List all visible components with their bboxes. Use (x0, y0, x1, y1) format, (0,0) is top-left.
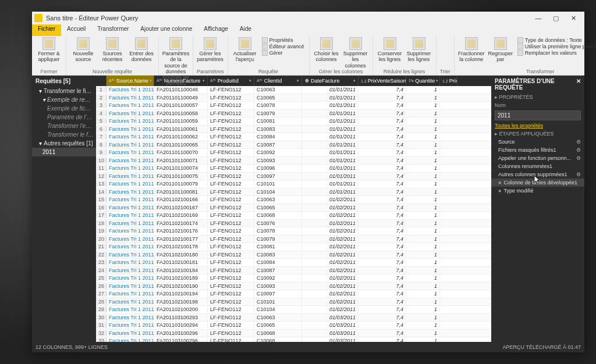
gear-icon[interactable]: ⚙ (576, 172, 581, 177)
query-item[interactable]: ▾Autres requêtes [1] (32, 139, 96, 148)
table-row[interactable]: 9Factures Tri 1 2011.csvFA201101100070LF… (96, 149, 491, 157)
table-row[interactable]: 10Factures Tri 1 2011.csvFA201101100071L… (96, 157, 491, 165)
query-item[interactable]: 2011 (32, 148, 96, 156)
panel-title: PARAMÈTRES D'UNE REQUÊTE ✕ (491, 76, 584, 93)
minimize-button[interactable]: — (530, 13, 547, 23)
table-row[interactable]: 25Factures Tri 1 2011.csvFA201102100189L… (96, 274, 491, 283)
maximize-button[interactable]: ▢ (547, 13, 565, 23)
table-row[interactable]: 31Factures Tri 1 2011.csvFA201103100294L… (96, 322, 491, 330)
table-row[interactable]: 33Factures Tri 1 2011.csvFA201103100296L… (96, 337, 491, 342)
menu-tab-accueil[interactable]: Accueil (61, 24, 91, 36)
table-row[interactable]: 22Factures Tri 1 2011.csvFA201102100180L… (96, 251, 491, 259)
ribbon-btn[interactable]: Actualiser l'aperçu (232, 37, 258, 69)
column-header-q[interactable]: 1²₃ Quantite▾ (406, 76, 440, 86)
table-row[interactable]: 5Factures Tri 1 2011.csvFA201101100059LF… (96, 117, 491, 126)
ribbon-btn[interactable]: Fermer & appliquer (36, 37, 62, 69)
query-item[interactable]: Paramètre de l'exe... (32, 113, 96, 122)
ribbon-btn[interactable]: Supprimer les colonnes (342, 37, 369, 69)
query-item[interactable]: Exemple de fichier (32, 104, 96, 113)
table-row[interactable]: 24Factures Tri 1 2011.csvFA201102100184L… (96, 267, 491, 275)
table-row[interactable]: 11Factures Tri 1 2011.csvFA201101100074L… (96, 165, 491, 173)
ribbon-btn[interactable]: Gérer les paramètres (197, 37, 224, 69)
applied-step[interactable]: ✕Colonne de tables développée1 (491, 179, 584, 187)
ribbon-small-btn[interactable]: Éditeur avancé (261, 44, 306, 49)
gear-icon[interactable]: ⚙ (576, 139, 581, 145)
table-row[interactable]: 14Factures Tri 1 2011.csvFA201101100081L… (96, 188, 491, 197)
table-row[interactable]: 32Factures Tri 1 2011.csvFA201103100296L… (96, 330, 491, 338)
table-row[interactable]: 6Factures Tri 1 2011.csvFA201101100061LF… (96, 126, 491, 134)
table-row[interactable]: 20Factures Tri 1 2011.csvFA201102100177L… (96, 235, 491, 244)
ribbon-btn[interactable]: Entrer des données (128, 37, 155, 69)
all-properties-link[interactable]: Toutes les propriétés (491, 122, 584, 130)
status-left: 12 COLONNES, 999+ LIGNES (36, 344, 108, 350)
query-item[interactable]: Transformer le fichi... (32, 130, 96, 139)
column-header-pid[interactable]: Aᴮᶜ ProduitId▾ (208, 76, 254, 86)
cell-q: 1 (406, 228, 440, 234)
query-item[interactable]: Transformer l'exemp... (32, 122, 96, 130)
table-row[interactable]: 28Factures Tri 1 2011.csvFA201102100198L… (96, 298, 491, 306)
cell-src: Factures Tri 1 2011.csv (107, 259, 154, 265)
ribbon-small-btn[interactable]: Utiliser la première ligne pour les en-t… (516, 44, 596, 49)
ribbon-small-btn[interactable]: Gérer (261, 50, 306, 56)
table-row[interactable]: 26Factures Tri 1 2011.csvFA201102100190L… (96, 283, 491, 291)
ribbon-btn[interactable]: Supprimer les lignes (406, 37, 432, 69)
table-row[interactable]: 27Factures Tri 1 2011.csvFA201102100194L… (96, 290, 491, 298)
table-row[interactable]: 12Factures Tri 1 2011.csvFA201101100075L… (96, 173, 491, 181)
ribbon-btn[interactable]: Nouvelle source (70, 37, 97, 69)
ribbon-small-btn[interactable]: Type de données : Texte (516, 37, 596, 43)
table-row[interactable]: 19Factures Tri 1 2011.csvFA201102100176L… (96, 227, 491, 235)
table-row[interactable]: 13Factures Tri 1 2011.csvFA201101100079L… (96, 180, 491, 188)
column-header-cid[interactable]: Aᴮᶜ ClientId▾ (254, 76, 302, 86)
ribbon-small-btn[interactable]: Remplacer les valeurs (516, 50, 596, 56)
applied-step[interactable]: Appeler une fonction personn...⚙ (491, 154, 584, 162)
file-tab[interactable]: Fichier (32, 24, 61, 36)
applied-step[interactable]: Autres colonnes supprimées1⚙ (491, 170, 584, 179)
table-row[interactable]: 18Factures Tri 1 2011.csvFA201102100174L… (96, 220, 491, 228)
gear-icon[interactable]: ⚙ (576, 147, 581, 153)
column-header-pv[interactable]: 1.2 PrixVente▾ (440, 76, 457, 86)
table-row[interactable]: 29Factures Tri 1 2011.csvFA201102100200L… (96, 306, 491, 314)
applied-step[interactable]: ✕Type modifié (491, 187, 584, 195)
applied-step[interactable]: Source⚙ (491, 138, 584, 146)
column-header-pvs[interactable]: 1.2 PrixVenteSaison▾ (359, 76, 406, 86)
query-item[interactable]: ▾Transformer le fichier... (32, 87, 96, 95)
step-delete-icon[interactable]: ✕ (498, 188, 501, 194)
table-row[interactable]: 17Factures Tri 1 2011.csvFA201102100169L… (96, 212, 491, 220)
grid-body[interactable]: 1Factures Tri 1 2011.csvFA201101100048LF… (96, 86, 491, 342)
table-row[interactable]: 3Factures Tri 1 2011.csvFA201101100057LF… (96, 102, 491, 110)
ribbon-icon (204, 37, 217, 50)
ribbon-small-btn[interactable]: Propriétés (261, 37, 306, 43)
panel-close-icon[interactable]: ✕ (576, 78, 581, 91)
ribbon-btn[interactable]: Paramètres de la source de données (162, 37, 189, 74)
table-row[interactable]: 4Factures Tri 1 2011.csvFA201101100058LF… (96, 110, 491, 118)
ribbon-btn[interactable]: Conserver les lignes (377, 37, 403, 69)
close-button[interactable]: ✕ (565, 13, 582, 23)
table-row[interactable]: 21Factures Tri 1 2011.csvFA201102100178L… (96, 243, 491, 251)
table-row[interactable]: 23Factures Tri 1 2011.csvFA201102100181L… (96, 259, 491, 267)
table-row[interactable]: 2Factures Tri 1 2011.csvFA201101100049LF… (96, 94, 491, 102)
cell-nf: FA201101100074 (154, 165, 208, 171)
table-row[interactable]: 15Factures Tri 1 2011.csvFA201102100166L… (96, 196, 491, 204)
table-row[interactable]: 30Factures Tri 1 2011.csvFA201103100293L… (96, 314, 491, 322)
menu-tab-affichage[interactable]: Affichage (198, 24, 234, 36)
column-header-df[interactable]: ⌚ DateFacture▾ (302, 76, 359, 86)
table-row[interactable]: 8Factures Tri 1 2011.csvFA201101100065LF… (96, 141, 491, 149)
cell-nf: FA201102100176 (154, 228, 208, 234)
ribbon-btn[interactable]: Sources récentes (99, 37, 126, 69)
gear-icon[interactable]: ⚙ (576, 155, 581, 161)
menu-tab-transformer[interactable]: Transformer (91, 24, 134, 36)
step-delete-icon[interactable]: ✕ (498, 180, 501, 185)
table-row[interactable]: 7Factures Tri 1 2011.csvFA201101100062LF… (96, 133, 491, 141)
menu-tab-aide[interactable]: Aide (234, 24, 257, 36)
query-item[interactable]: ▾Exemple de requête... (32, 95, 96, 104)
column-header-src[interactable]: Aᴮᶜ Source.Name▾ (107, 76, 154, 86)
ribbon-btn[interactable]: Fractionner la colonne (458, 37, 485, 69)
ribbon-btn[interactable]: Choisir les colonnes (313, 37, 340, 69)
ribbon-btn[interactable]: Regrouper par (487, 37, 514, 69)
menu-tab-ajouter-une-colonne[interactable]: Ajouter une colonne (134, 24, 198, 36)
applied-step[interactable]: Fichiers masqués filtrés1⚙ (491, 146, 584, 154)
table-row[interactable]: 16Factures Tri 1 2011.csvFA201102100167L… (96, 204, 491, 212)
query-name-input[interactable] (495, 110, 581, 120)
table-row[interactable]: 1Factures Tri 1 2011.csvFA201101100048LF… (96, 86, 491, 94)
applied-step[interactable]: Colonnes renommées1 (491, 162, 584, 170)
